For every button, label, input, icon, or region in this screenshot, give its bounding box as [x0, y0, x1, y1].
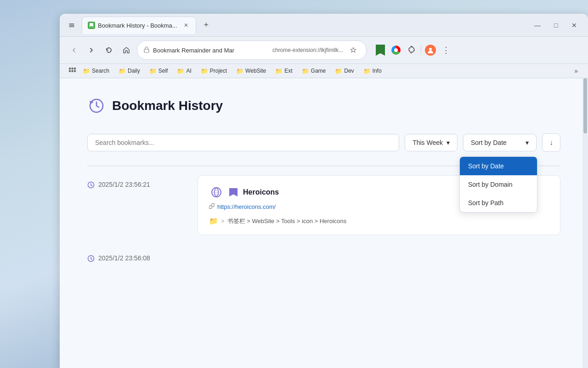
- toolbar-icons: ⋮: [374, 44, 452, 57]
- bm-item-self[interactable]: 📁 Self: [146, 66, 172, 76]
- chrome-menu-button[interactable]: ⋮: [440, 44, 452, 57]
- entry-timestamp-2: 2025/1/2 23:56:08: [87, 249, 188, 264]
- entry-title: Heroicons: [243, 188, 279, 196]
- bookmarks-more-button[interactable]: »: [571, 66, 581, 76]
- order-arrow-icon: ↓: [549, 138, 553, 147]
- sort-dropdown-menu: Sort by Date Sort by Domain Sort by Path: [459, 156, 537, 213]
- browser-scrollbar[interactable]: [582, 78, 588, 368]
- svg-rect-6: [74, 68, 76, 69]
- home-button[interactable]: [119, 43, 133, 57]
- active-tab[interactable]: Bookmark History - Bookma... ✕: [82, 17, 196, 34]
- scrollbar-thumb[interactable]: [583, 78, 587, 133]
- svg-rect-5: [72, 68, 74, 69]
- chrome-color-icon: [391, 46, 401, 55]
- profile-button[interactable]: [424, 44, 437, 57]
- path-separator: >: [221, 218, 225, 224]
- reload-button[interactable]: [102, 43, 116, 57]
- url-bar[interactable]: Bookmark Remainder and Mar chrome-extens…: [137, 40, 367, 60]
- bm-label-dev: Dev: [344, 68, 354, 74]
- bm-folder-icon-dev: 📁: [335, 68, 342, 75]
- entry-url-text[interactable]: https://heroicons.com/: [217, 203, 276, 210]
- new-tab-button[interactable]: +: [200, 19, 213, 32]
- sort-dropdown[interactable]: Sort by Date ▾: [463, 134, 537, 151]
- chrome-labs-button[interactable]: [390, 44, 402, 57]
- bm-label-website: WebSite: [245, 68, 266, 74]
- url-lock-icon: [144, 46, 149, 54]
- toolbar-separator: [421, 46, 421, 55]
- page-header: Bookmark History: [87, 97, 560, 115]
- bm-label-project: Project: [210, 68, 227, 74]
- folder-icon: 📁: [209, 217, 218, 225]
- bm-label-search: Search: [92, 68, 109, 74]
- bm-label-self: Self: [158, 68, 168, 74]
- search-input[interactable]: [87, 134, 399, 151]
- clock-icon: [87, 181, 95, 190]
- period-chevron-icon: ▾: [447, 139, 450, 146]
- bookmark-entry-2: 2025/1/2 23:56:08: [87, 249, 560, 264]
- bm-item-daily[interactable]: 📁 Daily: [115, 66, 144, 76]
- bm-item-ai[interactable]: 📁 AI: [173, 66, 195, 76]
- address-bar: Bookmark Remainder and Mar chrome-extens…: [60, 37, 588, 64]
- bm-label-ai: AI: [186, 68, 191, 74]
- svg-rect-9: [74, 70, 76, 72]
- entry-time-text-2: 2025/1/2 23:56:08: [98, 254, 150, 262]
- bm-item-project[interactable]: 📁 Project: [197, 66, 231, 76]
- entry-timestamp: 2025/1/2 23:56:21: [87, 175, 188, 235]
- bookmark-tag-icon: [229, 188, 237, 196]
- sort-option-path[interactable]: Sort by Path: [460, 194, 537, 212]
- tab-close-button[interactable]: ✕: [182, 21, 190, 29]
- browser-window: Bookmark History - Bookma... ✕ + — □ ✕: [60, 14, 588, 368]
- bookmark-extension-button[interactable]: [374, 44, 387, 57]
- bm-item-ext[interactable]: 📁 Ext: [271, 66, 296, 76]
- bm-item-website[interactable]: 📁 WebSite: [232, 66, 270, 76]
- site-icon: [209, 185, 224, 200]
- bm-folder-icon-website: 📁: [236, 68, 243, 75]
- order-direction-button[interactable]: ↓: [542, 133, 560, 152]
- bm-folder-icon-project: 📁: [201, 68, 208, 75]
- svg-rect-1: [90, 26, 93, 28]
- bm-folder-icon: 📁: [83, 68, 90, 75]
- forward-button[interactable]: [85, 43, 98, 57]
- bm-folder-icon-daily: 📁: [119, 68, 126, 75]
- back-button[interactable]: [67, 43, 81, 57]
- menu-dots-icon: ⋮: [442, 45, 451, 55]
- svg-rect-7: [69, 70, 71, 72]
- entry-path: 📁 > 书签栏 > WebSite > Tools > icon > Heroi…: [209, 217, 549, 225]
- apps-button[interactable]: [67, 66, 77, 76]
- sort-option-domain[interactable]: Sort by Domain: [460, 175, 537, 194]
- clock-icon-2: [87, 255, 95, 264]
- period-value: This Week: [413, 139, 443, 146]
- bm-item-info[interactable]: 📁 Info: [360, 66, 385, 76]
- entry-path-text: 书签栏 > WebSite > Tools > icon > Heroicons: [227, 217, 347, 225]
- history-icon: [87, 97, 106, 115]
- minimize-button[interactable]: —: [529, 17, 546, 34]
- bm-folder-icon-ext: 📁: [275, 68, 283, 75]
- sort-chevron-icon: ▾: [526, 139, 529, 146]
- tab-favicon: [88, 22, 95, 29]
- close-button[interactable]: ✕: [566, 17, 582, 34]
- maximize-button[interactable]: □: [548, 17, 564, 34]
- bm-item-search[interactable]: 📁 Search: [79, 66, 113, 76]
- bm-label-daily: Daily: [128, 68, 140, 74]
- window-controls: — □ ✕: [529, 17, 582, 34]
- url-display-text: Bookmark Remainder and Mar: [153, 47, 269, 54]
- svg-point-3: [429, 48, 432, 51]
- bm-folder-icon-game: 📁: [302, 68, 309, 75]
- bm-folder-icon-info: 📁: [363, 68, 371, 75]
- puzzle-icon: [407, 45, 416, 55]
- page-content: Bookmark History This Week ▾ Sort by Dat…: [60, 78, 588, 368]
- sort-option-date[interactable]: Sort by Date: [460, 157, 537, 175]
- bm-item-game[interactable]: 📁 Game: [298, 66, 330, 76]
- tab-title: Bookmark History - Bookma...: [98, 22, 177, 29]
- bm-folder-icon-self: 📁: [149, 68, 157, 75]
- link-icon: [209, 203, 215, 210]
- period-dropdown[interactable]: This Week ▾: [405, 134, 458, 151]
- bookmark-star-button[interactable]: [347, 44, 360, 57]
- bookmarks-bar: 📁 Search 📁 Daily 📁 Self 📁 AI 📁 Project 📁…: [60, 64, 588, 78]
- tab-list-button[interactable]: [65, 19, 78, 32]
- extensions-button[interactable]: [405, 44, 418, 57]
- svg-rect-8: [72, 70, 74, 72]
- profile-avatar: [425, 45, 436, 56]
- sort-value: Sort by Date: [471, 139, 507, 146]
- bm-item-dev[interactable]: 📁 Dev: [331, 66, 357, 76]
